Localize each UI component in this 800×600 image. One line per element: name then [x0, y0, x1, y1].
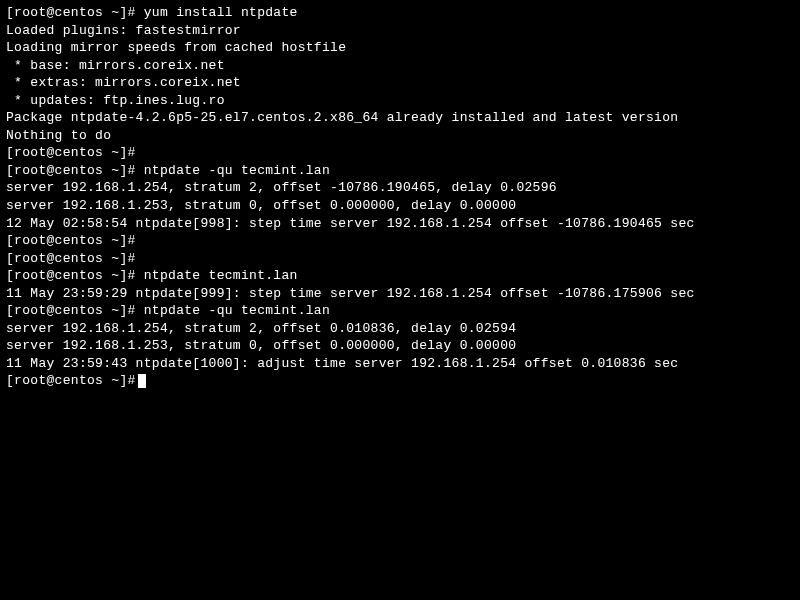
terminal-line: [root@centos ~]# ntpdate -qu tecmint.lan [6, 162, 794, 180]
terminal-line: [root@centos ~]# ntpdate -qu tecmint.lan [6, 302, 794, 320]
terminal-line: [root@centos ~]# [6, 144, 794, 162]
cursor-icon [138, 374, 146, 388]
terminal-line: [root@centos ~]# [6, 250, 794, 268]
terminal-line: [root@centos ~]# [6, 372, 794, 390]
terminal-line: Package ntpdate-4.2.6p5-25.el7.centos.2.… [6, 109, 794, 127]
terminal-line: [root@centos ~]# yum install ntpdate [6, 4, 794, 22]
terminal-line: [root@centos ~]# [6, 232, 794, 250]
terminal-line: * extras: mirrors.coreix.net [6, 74, 794, 92]
terminal-line: 12 May 02:58:54 ntpdate[998]: step time … [6, 215, 794, 233]
terminal-line: Loaded plugins: fastestmirror [6, 22, 794, 40]
terminal-line: Nothing to do [6, 127, 794, 145]
terminal-line: server 192.168.1.254, stratum 2, offset … [6, 179, 794, 197]
terminal-line: Loading mirror speeds from cached hostfi… [6, 39, 794, 57]
terminal-output[interactable]: [root@centos ~]# yum install ntpdateLoad… [6, 4, 794, 390]
terminal-line: 11 May 23:59:43 ntpdate[1000]: adjust ti… [6, 355, 794, 373]
terminal-line: * updates: ftp.ines.lug.ro [6, 92, 794, 110]
terminal-line: [root@centos ~]# ntpdate tecmint.lan [6, 267, 794, 285]
terminal-line: server 192.168.1.253, stratum 0, offset … [6, 197, 794, 215]
terminal-line: server 192.168.1.254, stratum 2, offset … [6, 320, 794, 338]
terminal-line: 11 May 23:59:29 ntpdate[999]: step time … [6, 285, 794, 303]
terminal-line: server 192.168.1.253, stratum 0, offset … [6, 337, 794, 355]
terminal-line: * base: mirrors.coreix.net [6, 57, 794, 75]
